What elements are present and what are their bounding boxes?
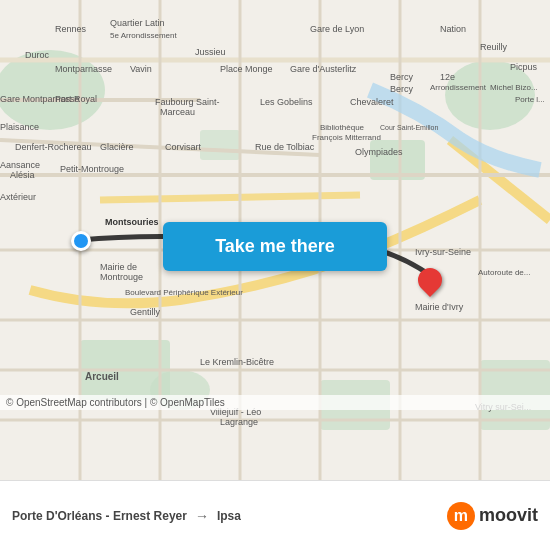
svg-rect-7 [200,130,240,160]
svg-text:Aansance: Aansance [0,160,40,170]
svg-text:Glacière: Glacière [100,142,134,152]
svg-text:Faubourg Saint-: Faubourg Saint- [155,97,220,107]
svg-text:Gare de Lyon: Gare de Lyon [310,24,364,34]
svg-text:Petit-Montrouge: Petit-Montrouge [60,164,124,174]
route-to-label: Ipsa [217,509,241,523]
svg-text:Montsouries: Montsouries [105,217,159,227]
svg-text:Bercy: Bercy [390,72,414,82]
svg-text:Marceau: Marceau [160,107,195,117]
svg-text:Mairie d'Ivry: Mairie d'Ivry [415,302,464,312]
take-me-there-button[interactable]: Take me there [163,222,387,271]
svg-text:5e Arrondissement: 5e Arrondissement [110,31,177,40]
osm-credit: © OpenStreetMap contributors | © OpenMap… [0,395,550,410]
svg-text:François Mitterrand: François Mitterrand [312,133,381,142]
destination-marker [418,268,442,292]
svg-text:Duroc: Duroc [25,50,50,60]
svg-text:Gare d'Austerlitz: Gare d'Austerlitz [290,64,357,74]
svg-text:Mairie de: Mairie de [100,262,137,272]
svg-text:Les Gobelins: Les Gobelins [260,97,313,107]
svg-text:Olympiades: Olympiades [355,147,403,157]
moovit-text: moovit [479,505,538,526]
svg-text:Le Kremlin-Bicêtre: Le Kremlin-Bicêtre [200,357,274,367]
svg-text:Reuilly: Reuilly [480,42,508,52]
svg-text:Bibliothèque: Bibliothèque [320,123,365,132]
svg-text:Alésia: Alésia [10,170,35,180]
route-from-label: Porte D'Orléans - Ernest Reyer [12,509,187,523]
moovit-icon: m [447,502,475,530]
svg-text:Montparnasse: Montparnasse [55,64,112,74]
svg-text:Jussieu: Jussieu [195,47,226,57]
svg-text:12e: 12e [440,72,455,82]
route-info: Porte D'Orléans - Ernest Reyer → Ipsa [12,508,447,524]
svg-text:Rennes: Rennes [55,24,87,34]
svg-text:Nation: Nation [440,24,466,34]
svg-text:Axtérieur: Axtérieur [0,192,36,202]
origin-marker [71,231,91,251]
svg-text:Boulevard Périphérique Extérie: Boulevard Périphérique Extérieur [125,288,243,297]
svg-text:Place Monge: Place Monge [220,64,273,74]
svg-text:Chevaleret: Chevaleret [350,97,394,107]
map-container: Duroc Rennes Quartier Latin 5e Arrondiss… [0,0,550,480]
svg-text:Quartier Latin: Quartier Latin [110,18,165,28]
route-arrow: → [195,508,209,524]
svg-text:Picpus: Picpus [510,62,538,72]
svg-text:Montrouge: Montrouge [100,272,143,282]
moovit-logo: m moovit [447,502,538,530]
svg-text:Denfert-Rochereau: Denfert-Rochereau [15,142,92,152]
svg-text:Corvisart: Corvisart [165,142,202,152]
svg-text:Autoroute de...: Autoroute de... [478,268,530,277]
svg-text:Arrondissement: Arrondissement [430,83,487,92]
svg-text:Gentilly: Gentilly [130,307,161,317]
svg-text:Rue de Tolbiac: Rue de Tolbiac [255,142,315,152]
svg-text:Michel Bizo...: Michel Bizo... [490,83,538,92]
svg-text:Porte l...: Porte l... [515,95,545,104]
bottom-bar: Porte D'Orléans - Ernest Reyer → Ipsa m … [0,480,550,550]
svg-text:Vavin: Vavin [130,64,152,74]
svg-text:Ivry-sur-Seine: Ivry-sur-Seine [415,247,471,257]
svg-text:Cour Saint-Emillon: Cour Saint-Emillon [380,124,438,131]
svg-text:Plaisance: Plaisance [0,122,39,132]
svg-text:Lagrange: Lagrange [220,417,258,427]
svg-text:Bercy: Bercy [390,84,414,94]
svg-text:Arcueil: Arcueil [85,371,119,382]
svg-text:Port Royal: Port Royal [55,94,97,104]
